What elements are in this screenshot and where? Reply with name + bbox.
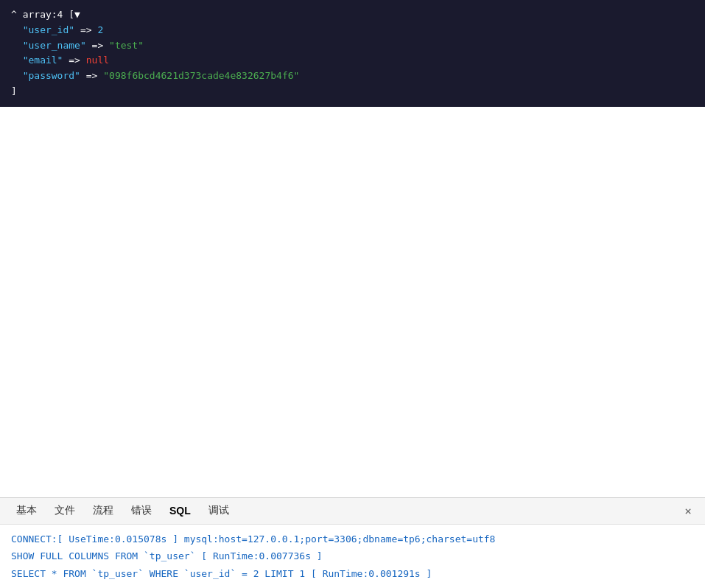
code-line-user-name: "user_name" => "test" [11,38,694,54]
white-area [0,107,705,497]
tab-debug[interactable]: 调试 [200,498,238,523]
key-password: "password" [23,70,80,81]
key-email: "email" [23,55,63,66]
sql-content: CONNECT:[ UseTime:0.015078s ] mysql:host… [0,525,705,588]
code-line-user-id: "user_id" => 2 [11,23,694,38]
sql-line-1: CONNECT:[ UseTime:0.015078s ] mysql:host… [11,531,694,547]
main-container: ^ array:4 [▼ "user_id" => 2 "user_name" … [0,0,705,588]
tab-file[interactable]: 文件 [46,498,84,523]
code-line-password: "password" => "098f6bcd4621d373cade4e832… [11,69,694,84]
closing-bracket: ] [11,84,694,99]
bottom-tabs: 基本 文件 流程 错误 SQL 调试 × [0,498,705,525]
code-line-email: "email" => null [11,53,694,69]
tab-error[interactable]: 错误 [122,498,161,523]
value-user-id: 2 [97,24,103,35]
tab-sql[interactable]: SQL [161,499,200,522]
code-output-panel: ^ array:4 [▼ "user_id" => 2 "user_name" … [0,0,705,107]
close-button[interactable]: × [678,501,698,521]
key-user-name: "user_name" [23,40,86,51]
value-user-name: "test" [109,40,144,51]
bottom-panel: 基本 文件 流程 错误 SQL 调试 × CONNECT:[ UseTime:0… [0,497,705,588]
sql-line-3: SELECT * FROM `tp_user` WHERE `user_id` … [11,565,694,582]
tab-basic[interactable]: 基本 [7,498,46,523]
key-user-id: "user_id" [23,24,74,35]
array-header: ^ array:4 [▼ [11,7,694,23]
value-password: "098f6bcd4621d373cade4e832627b4f6" [103,70,299,81]
tab-flow[interactable]: 流程 [84,498,122,523]
sql-line-2: SHOW FULL COLUMNS FROM `tp_user` [ RunTi… [11,547,694,564]
value-email: null [86,55,109,66]
